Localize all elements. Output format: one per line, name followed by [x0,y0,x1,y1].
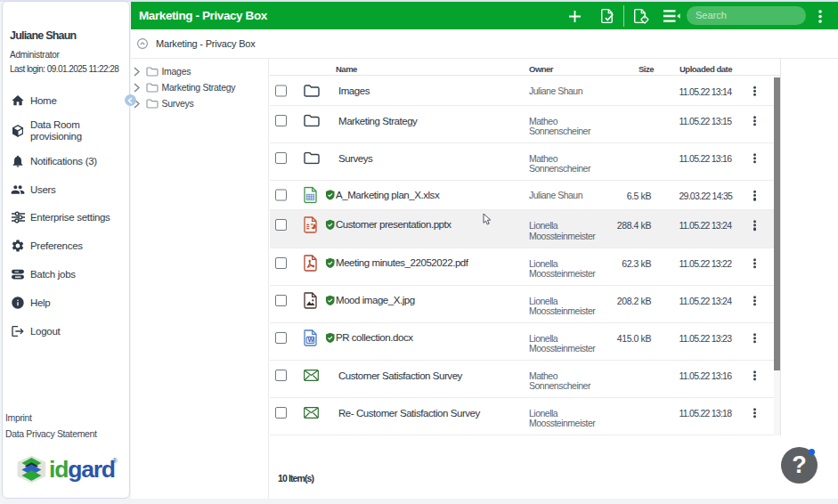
svg-text:idgard: idgard [49,456,115,483]
svg-text:®: ® [112,457,118,465]
svg-text:W: W [307,336,314,344]
